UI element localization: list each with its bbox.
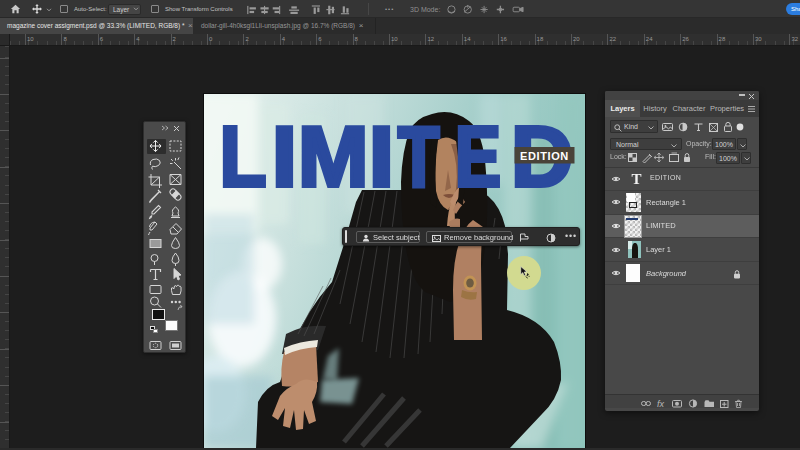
svg-text:I: I bbox=[272, 108, 297, 204]
svg-text:fx: fx bbox=[657, 399, 665, 408]
svg-text:I: I bbox=[369, 108, 394, 204]
svg-text:M: M bbox=[298, 108, 368, 204]
svg-text:EDITION: EDITION bbox=[520, 150, 569, 162]
svg-text:E: E bbox=[455, 108, 501, 205]
svg-text:T: T bbox=[398, 109, 440, 204]
svg-text:L: L bbox=[219, 108, 266, 204]
